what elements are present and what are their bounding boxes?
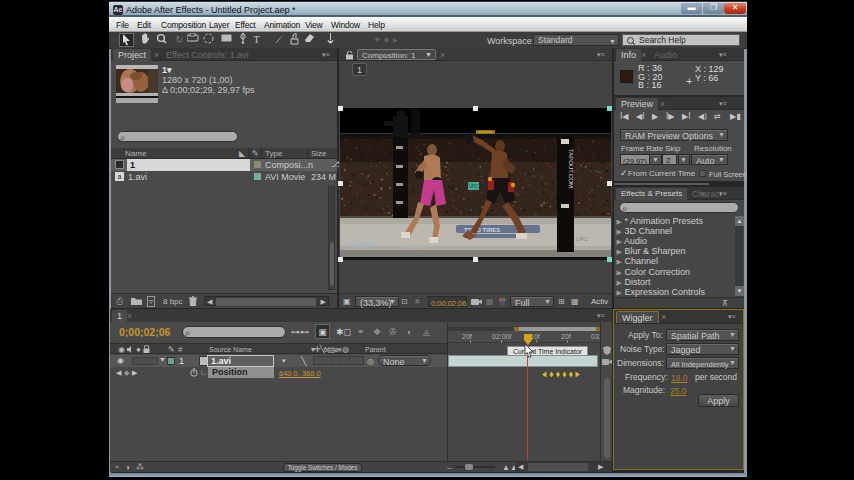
svg-text:UFC: UFC	[576, 236, 589, 242]
svg-text:TAPOUT.COM: TAPOUT.COM	[568, 149, 574, 188]
svg-text:UFC: UFC	[469, 184, 479, 189]
